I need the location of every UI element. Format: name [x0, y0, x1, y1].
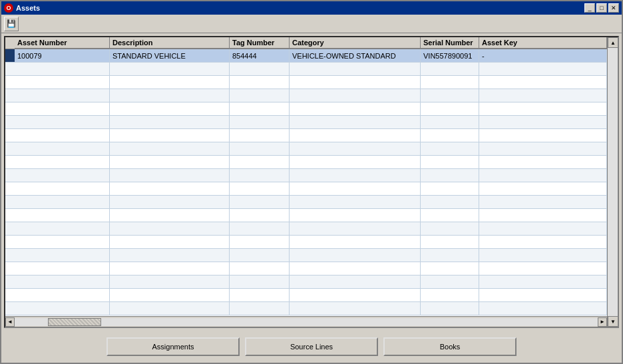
table-row-empty[interactable]: [5, 169, 607, 182]
cell-empty: [230, 76, 290, 89]
table-row-empty[interactable]: [5, 209, 607, 222]
cell-empty: [290, 102, 421, 115]
cell-empty: [15, 262, 110, 275]
cell-empty: [110, 275, 230, 288]
cell-empty: [421, 76, 479, 89]
col-header-category: Category: [290, 37, 421, 49]
source-lines-button[interactable]: Source Lines: [245, 337, 378, 356]
content-area: Asset Number Description Tag Number Cate…: [1, 33, 622, 363]
books-button[interactable]: Books: [383, 337, 517, 356]
cell-empty: [421, 156, 479, 168]
cell-empty: [290, 236, 421, 248]
table-row-empty[interactable]: [5, 142, 607, 156]
row-empty-indicator: [5, 209, 15, 222]
row-empty-indicator: [5, 169, 15, 182]
save-button[interactable]: 💾: [4, 17, 19, 31]
bottom-buttons-area: Assignments Source Lines Books: [1, 331, 622, 363]
vertical-scroll-track[interactable]: [608, 48, 618, 316]
row-empty-indicator: [5, 76, 15, 89]
scroll-up-button[interactable]: ▲: [608, 37, 618, 48]
cell-empty: [15, 63, 110, 75]
close-button[interactable]: ✕: [608, 3, 619, 13]
scroll-right-button[interactable]: ►: [598, 317, 607, 327]
cell-tag-number: 854444: [230, 49, 290, 62]
cell-empty: [290, 275, 421, 288]
data-table-container: Asset Number Description Tag Number Cate…: [4, 36, 619, 328]
table-row-empty[interactable]: [5, 102, 607, 116]
cell-empty: [421, 262, 479, 275]
cell-empty: [290, 209, 421, 222]
horizontal-scroll-track[interactable]: [15, 318, 598, 326]
cell-empty: [110, 196, 230, 208]
table-row-empty[interactable]: [5, 63, 607, 76]
cell-empty: [110, 236, 230, 248]
cell-empty: [230, 236, 290, 248]
cell-empty: [290, 116, 421, 128]
cell-empty: [15, 116, 110, 128]
cell-empty: [110, 222, 230, 235]
cell-empty: [290, 262, 421, 275]
table-row-empty[interactable]: [5, 76, 607, 89]
table-row-empty[interactable]: [5, 236, 607, 249]
cell-asset-key: -: [479, 49, 607, 62]
save-icon: 💾: [7, 19, 16, 28]
table-row-empty[interactable]: [5, 116, 607, 129]
table-row[interactable]: 100079 STANDARD VEHICLE 854444 VEHICLE-O…: [5, 49, 607, 63]
cell-empty: [230, 302, 290, 315]
cell-empty: [15, 236, 110, 248]
cell-empty: [421, 142, 479, 155]
table-row-empty[interactable]: [5, 156, 607, 169]
cell-empty: [290, 182, 421, 195]
cell-empty: [15, 169, 110, 182]
main-window: O Assets _ □ ✕ 💾 Asset Number Descriptio…: [0, 0, 623, 364]
table-header: Asset Number Description Tag Number Cate…: [5, 37, 607, 49]
cell-empty: [15, 156, 110, 168]
cell-empty: [110, 102, 230, 115]
cell-empty: [421, 249, 479, 262]
table-row-empty[interactable]: [5, 249, 607, 262]
cell-empty: [421, 209, 479, 222]
cell-empty: [479, 169, 607, 182]
cell-empty: [15, 209, 110, 222]
row-empty-indicator: [5, 289, 15, 301]
scroll-down-button[interactable]: ▼: [608, 316, 618, 327]
cell-empty: [421, 116, 479, 128]
cell-empty: [290, 289, 421, 301]
row-empty-indicator: [5, 275, 15, 288]
cell-empty: [479, 289, 607, 301]
cell-empty: [290, 169, 421, 182]
table-row-empty[interactable]: [5, 275, 607, 289]
table-row-empty[interactable]: [5, 289, 607, 302]
table-row-empty[interactable]: [5, 262, 607, 275]
cell-empty: [15, 142, 110, 155]
horizontal-scroll-thumb[interactable]: [48, 318, 101, 326]
col-header-asset-number: Asset Number: [15, 37, 110, 49]
table-body[interactable]: 100079 STANDARD VEHICLE 854444 VEHICLE-O…: [5, 49, 607, 316]
maximize-button[interactable]: □: [596, 3, 607, 13]
table-row-empty[interactable]: [5, 182, 607, 196]
table-row-empty[interactable]: [5, 196, 607, 209]
cell-empty: [479, 275, 607, 288]
table-row-empty[interactable]: [5, 129, 607, 142]
cell-empty: [421, 236, 479, 248]
row-empty-indicator: [5, 262, 15, 275]
cell-empty: [110, 63, 230, 75]
scroll-left-button[interactable]: ◄: [5, 317, 15, 327]
cell-empty: [421, 196, 479, 208]
cell-empty: [15, 289, 110, 301]
cell-empty: [479, 236, 607, 248]
cell-empty: [110, 169, 230, 182]
window-controls: _ □ ✕: [584, 3, 619, 13]
cell-empty: [479, 156, 607, 168]
cell-empty: [421, 89, 479, 102]
minimize-button[interactable]: _: [584, 3, 595, 13]
cell-empty: [290, 249, 421, 262]
table-row-empty[interactable]: [5, 222, 607, 236]
table-row-empty[interactable]: [5, 302, 607, 315]
table-row-empty[interactable]: [5, 89, 607, 102]
cell-empty: [15, 76, 110, 89]
assignments-button[interactable]: Assignments: [106, 337, 240, 356]
toolbar: 💾: [1, 15, 622, 33]
cell-empty: [15, 182, 110, 195]
cell-empty: [421, 275, 479, 288]
